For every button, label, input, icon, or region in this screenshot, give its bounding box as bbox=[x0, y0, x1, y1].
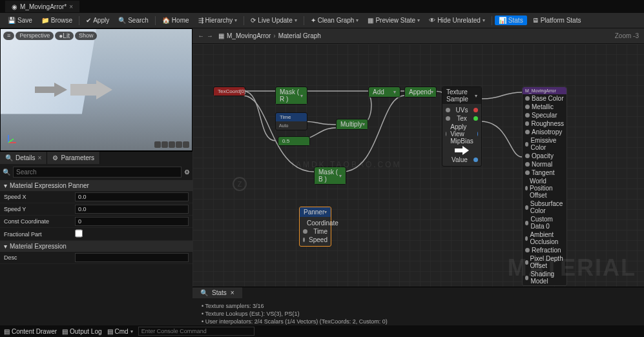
pin-out[interactable] bbox=[473, 108, 478, 112]
node-panner[interactable]: Panner▾ Coordinate Time Speed bbox=[299, 207, 331, 247]
forward-button[interactable]: → bbox=[207, 32, 213, 39]
search-button[interactable]: 🔍Search bbox=[114, 15, 152, 25]
output-pin-row[interactable]: Tangent bbox=[523, 168, 566, 177]
preview-state-button[interactable]: ▦Preview State▾ bbox=[364, 15, 424, 25]
home-button[interactable]: 🏠Home bbox=[158, 15, 193, 25]
const-coord-input[interactable] bbox=[75, 217, 189, 226]
gear-icon[interactable]: ⚙ bbox=[184, 168, 190, 176]
pin-in[interactable] bbox=[525, 186, 528, 190]
svg-marker-1 bbox=[70, 80, 112, 99]
output-pin-row[interactable]: World Position Offset bbox=[523, 177, 566, 199]
axis-gizmo[interactable] bbox=[6, 132, 19, 145]
pin-in[interactable] bbox=[446, 132, 446, 136]
node-time[interactable]: TimeAuto bbox=[275, 112, 307, 130]
fractional-part-checkbox[interactable] bbox=[75, 229, 83, 238]
show-button[interactable]: Show bbox=[75, 32, 98, 40]
pin-in[interactable] bbox=[525, 154, 530, 158]
hide-unrelated-button[interactable]: 👁Hide Unrelated▾ bbox=[425, 15, 489, 25]
pin-in[interactable] bbox=[525, 162, 530, 167]
desc-input[interactable] bbox=[75, 253, 189, 262]
apply-button[interactable]: ✔Apply bbox=[82, 15, 113, 25]
breadcrumb-asset[interactable]: M_MovingArror bbox=[227, 32, 271, 39]
node-multiply[interactable]: Multiply▾ bbox=[336, 119, 368, 130]
node-append[interactable]: Append▾ bbox=[404, 87, 437, 97]
output-pin-row[interactable]: Roughness bbox=[523, 119, 566, 128]
output-pin-row[interactable]: Subsurface Color bbox=[523, 199, 566, 215]
close-icon[interactable]: × bbox=[38, 154, 42, 161]
pin-in[interactable] bbox=[303, 229, 307, 234]
browse-button[interactable]: 📁Browse bbox=[37, 15, 76, 25]
cmd-dropdown[interactable]: ▤Cmd▾ bbox=[107, 328, 133, 335]
output-pin-row[interactable]: Opacity bbox=[523, 152, 566, 160]
pin-in[interactable] bbox=[525, 221, 528, 225]
pin-out[interactable] bbox=[473, 158, 478, 162]
live-update-button[interactable]: ⟳Live Update▾ bbox=[247, 15, 300, 25]
clean-graph-button[interactable]: ✦Clean Graph▾ bbox=[307, 15, 363, 25]
separator bbox=[304, 16, 304, 25]
chevron-down-icon: ▾ bbox=[475, 93, 477, 99]
content-drawer-button[interactable]: ▤Content Drawer bbox=[4, 328, 57, 335]
output-pin-row[interactable]: Ambient Occlusion bbox=[523, 230, 566, 246]
node-texcoord[interactable]: TexCoord[0] bbox=[213, 87, 245, 96]
section-material-expression[interactable]: ▾Material Expression bbox=[0, 241, 192, 252]
pin-in[interactable] bbox=[525, 96, 530, 101]
pin-out[interactable] bbox=[473, 116, 478, 121]
tab-parameters[interactable]: ⚙Parameters bbox=[47, 152, 100, 164]
pin-in[interactable] bbox=[525, 236, 528, 241]
pin-in[interactable] bbox=[525, 205, 528, 210]
close-icon[interactable]: × bbox=[231, 289, 234, 296]
hierarchy-button[interactable]: ⇶Hierarchy▾ bbox=[194, 15, 242, 25]
asset-tab[interactable]: ◉ M_MovingArror* × bbox=[5, 1, 79, 12]
shape-icon[interactable] bbox=[161, 141, 168, 148]
pin-in[interactable] bbox=[446, 108, 450, 112]
pin-in[interactable] bbox=[303, 238, 305, 242]
node-constant[interactable]: 0.5 bbox=[278, 136, 310, 146]
stats-button[interactable]: 📊Stats bbox=[495, 15, 527, 25]
lit-button[interactable]: ●Lit bbox=[55, 32, 74, 40]
output-pin-row[interactable]: Base Color bbox=[523, 94, 566, 103]
console-input[interactable] bbox=[138, 327, 254, 336]
output-log-button[interactable]: ▤Output Log bbox=[62, 328, 101, 335]
pin-in[interactable] bbox=[525, 130, 530, 134]
pin-out[interactable] bbox=[477, 132, 478, 136]
node-texture-sample[interactable]: Texture Sample▾ UVs Tex Apply View MipBi… bbox=[442, 87, 482, 167]
back-button[interactable]: ← bbox=[198, 32, 204, 39]
shape-icon[interactable] bbox=[183, 141, 189, 148]
pin-in[interactable] bbox=[525, 105, 530, 109]
section-material-expression-panner[interactable]: ▾Material Expression Panner bbox=[0, 180, 192, 191]
output-pin-row[interactable]: Emissive Color bbox=[523, 136, 566, 152]
shape-icon[interactable] bbox=[176, 141, 182, 148]
pin-in[interactable] bbox=[525, 248, 530, 252]
shape-icon[interactable] bbox=[169, 141, 175, 148]
node-add[interactable]: Add▾ bbox=[368, 87, 400, 97]
perspective-button[interactable]: Perspective bbox=[16, 32, 54, 40]
pin-in[interactable] bbox=[525, 142, 528, 147]
save-button[interactable]: 💾Save bbox=[4, 15, 36, 25]
menu-button[interactable]: ≡ bbox=[3, 32, 14, 40]
speed-y-input[interactable] bbox=[75, 205, 189, 214]
pin-in[interactable] bbox=[525, 170, 530, 175]
close-icon[interactable]: × bbox=[69, 3, 73, 10]
eye-off-icon: 👁 bbox=[429, 17, 435, 24]
output-pin-row[interactable]: Refraction bbox=[523, 246, 566, 254]
platform-stats-button[interactable]: 🖥Platform Stats bbox=[528, 15, 585, 25]
shape-icon[interactable] bbox=[154, 141, 161, 148]
tab-stats[interactable]: 🔍Stats× bbox=[192, 287, 242, 298]
preview-viewport[interactable]: ≡ Perspective ●Lit Show bbox=[0, 28, 192, 151]
output-pin-row[interactable]: Metallic bbox=[523, 103, 566, 111]
output-pin-row[interactable]: Specular bbox=[523, 111, 566, 119]
output-pin-row[interactable]: Normal bbox=[523, 160, 566, 168]
stats-line: Texture Lookups (Est.): VS(3), PS(1) bbox=[202, 310, 635, 318]
material-graph[interactable]: TexCoord[0] Mask ( R )▾ TimeAuto 0.5 Mul… bbox=[192, 44, 644, 287]
search-icon: 🔍 bbox=[5, 154, 13, 161]
pin-in[interactable] bbox=[525, 113, 530, 117]
pin-in[interactable] bbox=[525, 121, 529, 126]
search-input[interactable] bbox=[13, 167, 182, 178]
node-mask-r[interactable]: Mask ( R )▾ bbox=[275, 87, 307, 105]
speed-x-input[interactable] bbox=[75, 192, 189, 201]
pin-in[interactable] bbox=[446, 116, 450, 121]
output-pin-row[interactable]: Custom Data 0 bbox=[523, 215, 566, 230]
tab-details[interactable]: 🔍Details× bbox=[0, 152, 47, 164]
check-icon: ✔ bbox=[86, 17, 91, 24]
output-pin-row[interactable]: Anisotropy bbox=[523, 128, 566, 136]
